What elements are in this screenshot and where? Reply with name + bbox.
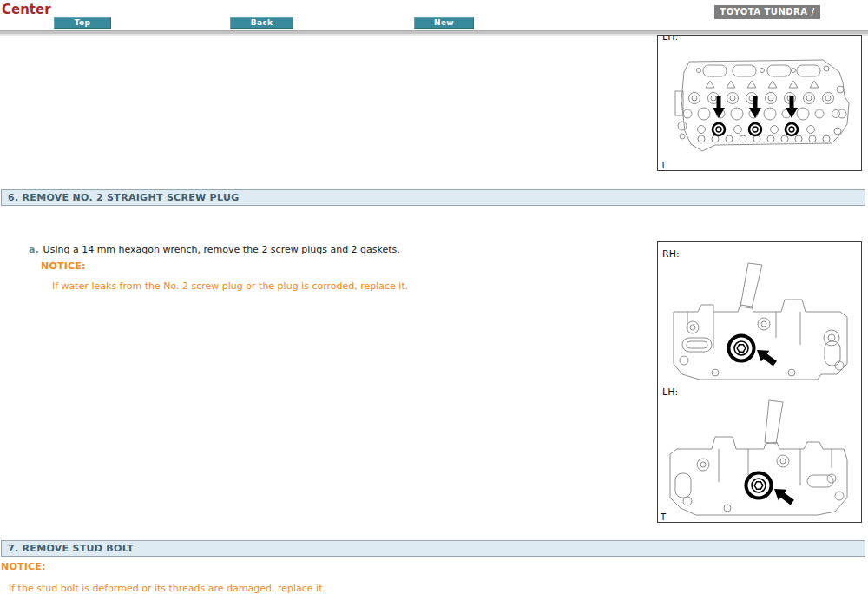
engine-block-rh-diagram: [661, 261, 858, 385]
step-a: a.Using a 14 mm hexagon wrench, remove t…: [29, 244, 400, 255]
screw-plug-lh: [746, 473, 772, 498]
top-button[interactable]: Top: [54, 17, 111, 29]
engine-block-lh-diagram: [661, 399, 858, 518]
figure-screw-plug-location: RH: LH:: [657, 241, 862, 523]
page-title: Center: [2, 2, 51, 17]
screw-plug-rh: [729, 336, 754, 361]
figure-view-label: LH:: [662, 35, 678, 43]
step-letter: a.: [29, 244, 39, 255]
notice-text: If the stud bolt is deformed or its thre…: [9, 583, 326, 594]
notice-text: If water leaks from the No. 2 screw plug…: [52, 280, 408, 292]
repair-manual-page: Center Top Back New TOYOTA TUNDRA / LH:: [0, 0, 868, 594]
section-6-heading: 6. REMOVE NO. 2 STRAIGHT SCREW PLUG: [1, 189, 865, 206]
step-text: Using a 14 mm hexagon wrench, remove the…: [43, 244, 400, 255]
pointer-arrow-lh: [774, 489, 794, 505]
notice-label: NOTICE:: [1, 561, 46, 572]
figure-corner-mark: T: [661, 161, 666, 170]
figure-cylinder-head: LH:: [657, 35, 862, 171]
pointer-arrow-rh: [757, 350, 777, 366]
section-7-heading: 7. REMOVE STUD BOLT: [1, 540, 865, 557]
figure-lh-label: LH:: [662, 386, 678, 398]
screw-plug-arrows: [713, 96, 798, 135]
cylinder-head-lh-diagram: [661, 48, 858, 162]
vehicle-model-button[interactable]: TOYOTA TUNDRA /: [714, 5, 820, 19]
notice-label: NOTICE:: [41, 261, 86, 272]
figure-rh-label: RH:: [662, 248, 680, 260]
new-button[interactable]: New: [414, 17, 474, 29]
figure-corner-mark: T: [661, 512, 666, 522]
back-button[interactable]: Back: [230, 17, 293, 29]
